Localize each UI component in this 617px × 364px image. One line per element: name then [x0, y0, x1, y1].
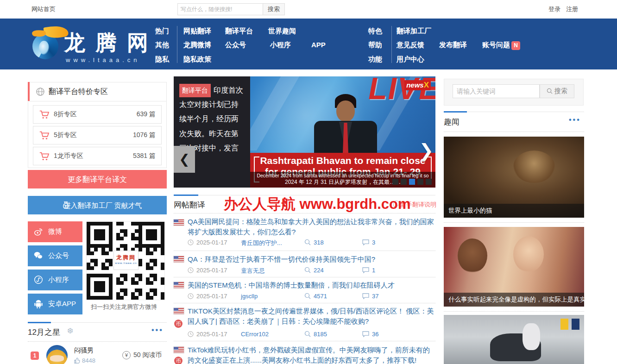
- special-zone-title: 翻译平台特价专区: [49, 87, 108, 97]
- login-link[interactable]: 登录: [548, 0, 560, 19]
- nav-item-weibo[interactable]: 龙腾微博: [183, 41, 211, 50]
- star-more-icon[interactable]: •••: [151, 326, 164, 334]
- zone-count: 5381 篇: [133, 152, 156, 160]
- post-author[interactable]: 青丘国的守护...: [241, 239, 282, 247]
- fun-card-smallest-cat[interactable]: 世界上最小的猫: [444, 137, 584, 218]
- zone-label: 5折专区: [54, 131, 77, 139]
- post-title[interactable]: TIKTOK美区封禁消息一夜之间传遍世界媒体，俄/日韩/西语区评论区！ 俄区：美…: [188, 306, 435, 326]
- nav-item-feedback[interactable]: 意见反馈: [397, 41, 424, 50]
- featured-carousel[interactable]: 翻译平台印度首次太空对接计划已持续半个月，经历两次失败。昨天在第三次对接中，发言…: [174, 76, 435, 188]
- weibo-button[interactable]: 微博: [28, 221, 82, 242]
- zone-count: 1076 篇: [133, 131, 156, 139]
- nav-item-miniprogram[interactable]: 小程序: [270, 41, 291, 50]
- subtitle-chinese: 2024 年 12 月 31 日从萨罗塔发射，在其最……: [250, 178, 435, 186]
- zone-row-1coin[interactable]: 1龙币专区 5381 篇: [33, 147, 162, 165]
- subtitle-band: December 2024 from sarota witnessed an u…: [250, 172, 435, 188]
- nav-item-app[interactable]: APP: [311, 41, 326, 49]
- post-author[interactable]: jgscllp: [241, 293, 258, 300]
- home-link[interactable]: 网站首页: [31, 0, 56, 19]
- us-flag-icon: [174, 282, 184, 288]
- svg-text:¥: ¥: [65, 204, 67, 207]
- carousel-next-button[interactable]: ❯: [419, 140, 434, 161]
- post-date: 2025-01-17: [196, 293, 227, 300]
- zone-row-80off[interactable]: 8折专区 639 篇: [33, 105, 162, 124]
- nav-item-platform-translation[interactable]: 翻译平台: [225, 27, 253, 36]
- views-icon: [304, 239, 311, 245]
- top-search-button[interactable]: 搜索: [263, 3, 285, 15]
- post-title[interactable]: QA美国网民提问：格陵兰岛和加拿大并入美国的想法让我非常兴奋，我们的国家将扩大版…: [188, 217, 435, 237]
- logo-title: 龙腾网: [64, 29, 158, 57]
- post-title[interactable]: QA：拜登是否过于执着于不惜一切代价保持美国领先于中国?: [188, 254, 435, 264]
- rank-badge: 1: [31, 351, 39, 360]
- post-date: 2025-01-17: [196, 239, 227, 246]
- post-title[interactable]: 美国的STEM危机：中国培养的博士数量翻倍，而我们却在阻碍人才: [188, 280, 435, 290]
- coin-icon: 币: [174, 357, 183, 364]
- fun-more-icon[interactable]: •••: [569, 116, 581, 124]
- comments-icon: [362, 293, 369, 299]
- keyword-search-button[interactable]: 搜索: [540, 84, 574, 98]
- android-app-label: 安卓APP: [48, 300, 76, 308]
- avatar: [46, 345, 68, 364]
- special-zone-header: 翻译平台特价专区: [28, 82, 166, 101]
- nav-item-account-issue[interactable]: 账号问题: [482, 41, 510, 50]
- qr-caption: 扫一扫关注龙腾官方微博: [91, 303, 157, 311]
- fun-card-street-video[interactable]: [444, 315, 584, 364]
- top-search-input[interactable]: [177, 3, 265, 15]
- nav-item-publish-translation[interactable]: 发布翻译: [439, 41, 467, 50]
- nav-item-translation-factory[interactable]: 翻译加工厂: [397, 27, 431, 36]
- views-icon: [304, 331, 311, 337]
- post-author[interactable]: CError102: [241, 331, 269, 338]
- star-like-count: 8448: [82, 357, 95, 364]
- photo-streak: [250, 76, 299, 151]
- carousel-dot[interactable]: [401, 179, 407, 185]
- miniprogram-button[interactable]: 小程序: [28, 270, 82, 290]
- more-translations-button[interactable]: 更多翻译平台译文: [28, 170, 167, 188]
- carousel-category-tag: 翻译平台: [179, 84, 211, 97]
- posts-tab-indicator: [174, 195, 198, 196]
- post-views: 318: [314, 239, 324, 246]
- carousel-dot[interactable]: [417, 179, 423, 185]
- android-app-button[interactable]: 安卓APP: [28, 294, 82, 314]
- nav-item-user-center[interactable]: 用户中心: [397, 55, 424, 64]
- divider: [444, 222, 584, 223]
- post-author[interactable]: 童言无忌: [241, 267, 265, 275]
- android-icon: [33, 299, 44, 309]
- carousel-dot[interactable]: [392, 179, 398, 185]
- post-date: 2025-01-17: [196, 331, 227, 338]
- watermark-text: 办公人导航 www.bgrdh.com: [224, 195, 411, 214]
- divider: [174, 303, 435, 303]
- zone-row-50off[interactable]: 5折专区 1076 篇: [33, 126, 162, 144]
- translation-factory-button[interactable]: ¥ 进入翻译加工厂 贡献才气: [28, 196, 167, 214]
- divider: [28, 341, 167, 342]
- divider: [174, 251, 435, 251]
- register-link[interactable]: 注册: [566, 0, 578, 19]
- card-caption: 什么事实听起来完全像是虚构的，但实际上是真实: [444, 293, 584, 307]
- nav-item-privacy-policy[interactable]: 隐私政策: [183, 55, 211, 64]
- nav-cat-feature: 特色: [368, 27, 382, 36]
- carousel-photo[interactable]: LIVE newsX Rashtrapati Bhavan to remain …: [250, 76, 435, 188]
- keyword-search-input[interactable]: [453, 84, 540, 98]
- ticker-line1: Rashtrapati Bhavan to remain close: [250, 155, 435, 166]
- comments-icon: [362, 239, 369, 245]
- clock-icon: [188, 267, 194, 273]
- carousel-prev-button[interactable]: ❮: [174, 146, 195, 173]
- official-account-button[interactable]: 公众号: [28, 245, 82, 266]
- miniprogram-label: 小程序: [48, 276, 69, 283]
- nav-item-world-fun[interactable]: 世界趣闻: [268, 27, 296, 36]
- fun-section-title: 趣闻: [444, 117, 460, 127]
- star-user-name[interactable]: 闷骚男: [74, 346, 94, 355]
- qr-code: 龙腾网 www.ltaaa.cn: [86, 221, 165, 300]
- card-caption: 世界上最小的猫: [444, 204, 584, 218]
- coin-yen-icon: ¥: [122, 351, 131, 359]
- post-title[interactable]: TikTok难民玩转小红书，意外戳破美国虚假宣传。中美网友聊嗨了，前所未有的跨文…: [188, 345, 435, 364]
- newsx-logo: newsX: [404, 80, 431, 90]
- carousel-dot-active[interactable]: [409, 179, 415, 185]
- fun-card-unbelievable-facts[interactable]: 什么事实听起来完全像是虚构的，但实际上是真实: [444, 227, 584, 307]
- carousel-dot[interactable]: [426, 179, 432, 185]
- money-bag-icon: ¥: [61, 201, 70, 210]
- post-comments: 3: [372, 239, 375, 246]
- nav-item-official-account[interactable]: 公众号: [225, 41, 246, 50]
- nav-divider-left: [177, 26, 177, 63]
- nav-item-post-translation[interactable]: 网贴翻译: [183, 27, 211, 36]
- nav-cat-hot: 热门: [155, 27, 169, 36]
